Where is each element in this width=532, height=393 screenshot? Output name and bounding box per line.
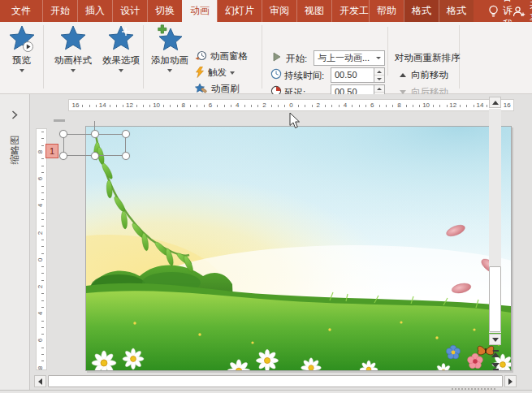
animation-styles-label: 动画样式	[54, 54, 92, 67]
animation-painter-label: 动画刷	[211, 83, 240, 95]
animation-styles-star-icon	[59, 24, 87, 54]
group-separator	[43, 25, 44, 89]
tell-me-bulb-icon	[488, 5, 499, 18]
preview-label: 预览	[12, 54, 31, 67]
start-value: 与上一动画...	[314, 52, 372, 64]
thumbnail-pane-label-box: 缩略图	[2, 125, 27, 174]
vscroll-up-button[interactable]	[489, 97, 501, 108]
expand-pane-chevron-icon[interactable]	[11, 110, 18, 119]
ribbon-tab-bar: 文件开始插入设计切换动画幻灯片审阅视图开发工具帮助格式格式 告诉我 共享	[0, 0, 532, 22]
animation-styles-button[interactable]: 动画样式	[48, 24, 98, 89]
horizontal-ruler: 1614121086420246810121416	[68, 99, 514, 111]
selection-handle-sw[interactable]	[59, 152, 67, 160]
tab-开发工具[interactable]: 开发工具	[331, 0, 369, 22]
ribbon-tabs: 文件开始插入设计切换动画幻灯片审阅视图开发工具帮助格式格式	[0, 0, 474, 22]
duration-spinner[interactable]	[374, 68, 384, 82]
selection-handle-n[interactable]	[91, 130, 99, 138]
add-animation-button[interactable]: 添加动画	[147, 24, 192, 89]
add-animation-star-icon	[156, 24, 184, 54]
selection-extra-handle[interactable]	[54, 119, 65, 122]
start-label: 开始:	[286, 53, 307, 65]
tab-帮助[interactable]: 帮助	[369, 0, 404, 22]
preview-star-icon	[8, 24, 36, 54]
selection-handle-nw[interactable]	[59, 130, 67, 138]
slide-canvas[interactable]	[85, 126, 512, 371]
start-combobox[interactable]: 与上一动画...	[314, 50, 385, 66]
right-arrow-icon	[508, 378, 513, 385]
next-slide-button[interactable]	[491, 361, 500, 372]
vscroll-down-button[interactable]	[489, 334, 501, 345]
effect-options-star-icon	[107, 24, 135, 54]
add-animation-label: 添加动画	[151, 54, 188, 67]
move-earlier-label: 向前移动	[411, 69, 448, 81]
hscroll-thumb[interactable]	[48, 375, 503, 387]
trigger-button[interactable]: 触发	[195, 65, 235, 80]
move-earlier-button[interactable]: 向前移动	[400, 69, 448, 81]
vertical-ruler: 864202468	[36, 128, 47, 370]
duration-value: 00.50	[331, 68, 374, 82]
trigger-dropdown-arrow	[230, 71, 235, 75]
tab-幻灯片[interactable]: 幻灯片	[217, 0, 262, 22]
left-arrow-icon	[38, 378, 42, 385]
animation-pane-icon	[195, 50, 207, 62]
tab-插入[interactable]: 插入	[77, 0, 112, 22]
animation-painter-icon	[195, 83, 208, 94]
slide-artwork	[86, 127, 511, 370]
tab-文件[interactable]: 文件	[0, 0, 42, 22]
tab-切换[interactable]: 切换	[147, 0, 182, 22]
animation-styles-dropdown-arrow	[71, 69, 76, 72]
tab-动画[interactable]: 动画	[182, 0, 217, 22]
previous-slide-icon	[493, 350, 499, 352]
trigger-label: 触发	[208, 67, 227, 79]
tab-审阅[interactable]: 审阅	[262, 0, 296, 22]
reorder-title: 对动画重新排序	[395, 52, 461, 64]
add-animation-dropdown-arrow	[167, 69, 172, 72]
hscroll-right-button[interactable]	[504, 375, 517, 387]
duration-label: 持续时间:	[284, 70, 324, 82]
effect-options-button[interactable]: 效果选项	[98, 24, 144, 89]
up-arrow-icon	[492, 101, 499, 105]
animation-pane-label: 动画窗格	[210, 50, 248, 63]
share-button[interactable]: 共享	[513, 0, 532, 22]
ribbon: 预览 动画样式 效果选项 添加动画	[0, 22, 532, 94]
selection-handle-s[interactable]	[91, 152, 99, 160]
animation-order-badge[interactable]: 1	[45, 144, 58, 158]
start-combo-arrow[interactable]	[372, 51, 384, 65]
powerpoint-window: 文件开始插入设计切换动画幻灯片审阅视图开发工具帮助格式格式 告诉我 共享	[0, 0, 532, 393]
thumbnail-pane-collapsed[interactable]: 缩略图	[0, 94, 30, 390]
move-earlier-icon	[400, 73, 406, 77]
trigger-lightning-icon	[195, 67, 205, 78]
tab-格式[interactable]: 格式	[404, 0, 439, 22]
thumbnail-pane-label: 缩略图	[8, 135, 22, 164]
down-arrow-icon	[492, 338, 499, 342]
status-bar-edge	[0, 390, 532, 393]
effect-options-label: 效果选项	[102, 54, 140, 67]
preview-button[interactable]: 预览	[2, 24, 41, 89]
share-person-icon	[513, 6, 526, 17]
duration-clock-icon	[270, 68, 282, 80]
tab-视图[interactable]: 视图	[296, 0, 331, 22]
tab-开始[interactable]: 开始	[42, 0, 77, 22]
preview-dropdown-arrow	[19, 69, 24, 72]
selection-handle-ne[interactable]	[122, 130, 130, 138]
vscroll-thumb[interactable]	[489, 266, 501, 332]
selection-handle-se[interactable]	[122, 152, 130, 160]
next-slide-icon	[493, 369, 499, 370]
effect-options-dropdown-arrow	[119, 69, 123, 72]
editing-workspace: 缩略图 1614121086420246810121416 864202468	[0, 94, 532, 390]
duration-input[interactable]: 00.50	[331, 67, 385, 83]
group-separator	[262, 25, 262, 89]
tab-格式[interactable]: 格式	[439, 0, 474, 22]
start-play-icon	[273, 52, 281, 62]
group-separator	[387, 27, 388, 76]
animation-pane-button[interactable]: 动画窗格	[195, 49, 248, 63]
tab-设计[interactable]: 设计	[112, 0, 147, 22]
hscroll-left-button[interactable]	[34, 375, 46, 387]
previous-slide-button[interactable]	[491, 348, 500, 359]
